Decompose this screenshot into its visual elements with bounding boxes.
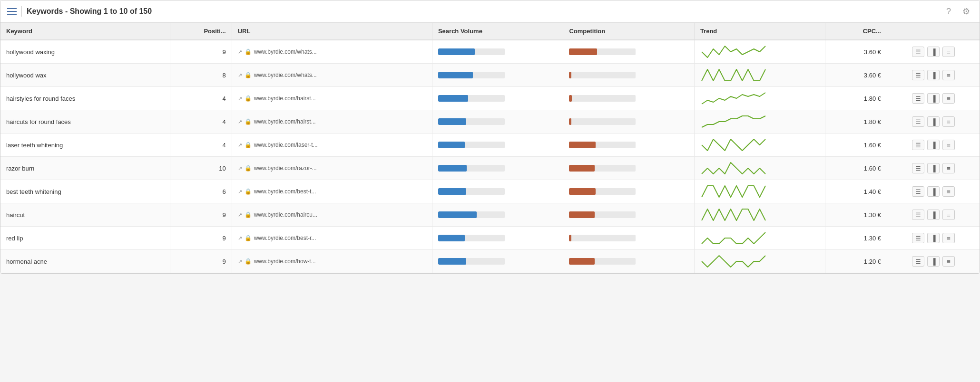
chart-action-button[interactable]: ▐ bbox=[927, 70, 940, 80]
competition-bar-fill bbox=[569, 165, 594, 172]
url-cell: ↗ 🔒 www.byrdie.com/whats... bbox=[232, 64, 432, 87]
external-link-icon[interactable]: ↗ bbox=[238, 189, 242, 195]
lock-icon: 🔒 bbox=[245, 165, 252, 172]
lock-icon: 🔒 bbox=[245, 235, 252, 241]
list-action-button[interactable]: ☰ bbox=[912, 233, 924, 243]
competition-bar bbox=[569, 211, 636, 218]
external-link-icon[interactable]: ↗ bbox=[238, 258, 242, 265]
lock-icon: 🔒 bbox=[245, 258, 252, 265]
url-cell: ↗ 🔒 www.byrdie.com/hairst... bbox=[232, 87, 432, 110]
external-link-icon[interactable]: ↗ bbox=[238, 96, 242, 102]
chart-action-button[interactable]: ▐ bbox=[927, 163, 940, 173]
position-cell: 4 bbox=[170, 110, 232, 134]
detail-action-button[interactable]: ≡ bbox=[942, 93, 955, 104]
detail-action-button[interactable]: ≡ bbox=[942, 186, 955, 197]
detail-action-button[interactable]: ≡ bbox=[942, 140, 955, 150]
list-action-button[interactable]: ☰ bbox=[912, 116, 924, 127]
lock-icon: 🔒 bbox=[245, 142, 252, 148]
chart-action-button[interactable]: ▐ bbox=[927, 233, 940, 243]
url-text: www.byrdie.com/hairst... bbox=[254, 95, 316, 102]
external-link-icon[interactable]: ↗ bbox=[238, 119, 242, 125]
position-cell: 9 bbox=[170, 40, 232, 64]
competition-cell bbox=[563, 203, 694, 227]
external-link-icon[interactable]: ↗ bbox=[238, 49, 242, 55]
trend-cell bbox=[694, 110, 825, 134]
external-link-icon[interactable]: ↗ bbox=[238, 165, 242, 172]
list-action-button[interactable]: ☰ bbox=[912, 93, 924, 104]
header-divider bbox=[21, 6, 22, 17]
trend-sparkline bbox=[700, 254, 767, 268]
url-text: www.byrdie.com/razor-... bbox=[254, 165, 317, 172]
col-header-volume: Search Volume bbox=[432, 23, 563, 40]
detail-action-button[interactable]: ≡ bbox=[942, 163, 955, 173]
actions-cell: ☰ ▐ ≡ bbox=[887, 87, 980, 110]
keyword-cell: laser teeth whitening bbox=[0, 134, 170, 157]
settings-button[interactable]: ⚙ bbox=[960, 5, 973, 18]
external-link-icon[interactable]: ↗ bbox=[238, 212, 242, 218]
chart-action-button[interactable]: ▐ bbox=[927, 256, 940, 267]
chart-action-button[interactable]: ▐ bbox=[927, 210, 940, 220]
detail-action-button[interactable]: ≡ bbox=[942, 116, 955, 127]
trend-cell bbox=[694, 250, 825, 273]
external-link-icon[interactable]: ↗ bbox=[238, 142, 242, 148]
cpc-cell: 1.20 € bbox=[825, 250, 887, 273]
volume-cell bbox=[432, 40, 563, 64]
external-link-icon[interactable]: ↗ bbox=[238, 72, 242, 78]
lock-icon: 🔒 bbox=[245, 72, 252, 78]
chart-action-button[interactable]: ▐ bbox=[927, 93, 940, 104]
trend-cell bbox=[694, 203, 825, 227]
trend-sparkline bbox=[700, 115, 767, 129]
competition-bar bbox=[569, 48, 636, 55]
detail-action-button[interactable]: ≡ bbox=[942, 233, 955, 243]
lock-icon: 🔒 bbox=[245, 188, 252, 195]
trend-sparkline bbox=[700, 91, 767, 105]
url-cell: ↗ 🔒 www.byrdie.com/haircu... bbox=[232, 203, 432, 227]
action-icons: ☰ ▐ ≡ bbox=[893, 140, 974, 150]
help-button[interactable]: ? bbox=[943, 6, 954, 18]
volume-cell bbox=[432, 157, 563, 180]
trend-cell bbox=[694, 40, 825, 64]
volume-bar-fill bbox=[438, 165, 467, 172]
detail-action-button[interactable]: ≡ bbox=[942, 47, 955, 57]
list-action-button[interactable]: ☰ bbox=[912, 70, 924, 80]
chart-action-button[interactable]: ▐ bbox=[927, 116, 940, 127]
detail-action-button[interactable]: ≡ bbox=[942, 70, 955, 80]
competition-bar bbox=[569, 258, 636, 265]
menu-icon[interactable] bbox=[7, 8, 17, 15]
competition-bar-fill bbox=[569, 142, 596, 148]
volume-cell bbox=[432, 250, 563, 273]
detail-action-button[interactable]: ≡ bbox=[942, 256, 955, 267]
list-action-button[interactable]: ☰ bbox=[912, 210, 924, 220]
col-header-position: Positi... bbox=[170, 23, 232, 40]
cpc-cell: 1.80 € bbox=[825, 110, 887, 134]
list-action-button[interactable]: ☰ bbox=[912, 186, 924, 197]
trend-sparkline bbox=[700, 231, 767, 245]
detail-action-button[interactable]: ≡ bbox=[942, 210, 955, 220]
competition-bar-fill bbox=[569, 48, 597, 55]
url-cell: ↗ 🔒 www.byrdie.com/best-t... bbox=[232, 180, 432, 203]
cpc-cell: 3.60 € bbox=[825, 64, 887, 87]
list-action-button[interactable]: ☰ bbox=[912, 47, 924, 57]
competition-cell bbox=[563, 64, 694, 87]
chart-action-button[interactable]: ▐ bbox=[927, 140, 940, 150]
cpc-cell: 1.60 € bbox=[825, 157, 887, 180]
list-action-button[interactable]: ☰ bbox=[912, 140, 924, 150]
volume-cell bbox=[432, 134, 563, 157]
competition-cell bbox=[563, 87, 694, 110]
keyword-cell: hollywood wax bbox=[0, 64, 170, 87]
competition-bar bbox=[569, 142, 636, 148]
list-action-button[interactable]: ☰ bbox=[912, 163, 924, 173]
url-text: www.byrdie.com/haircu... bbox=[254, 211, 317, 218]
external-link-icon[interactable]: ↗ bbox=[238, 235, 242, 241]
actions-cell: ☰ ▐ ≡ bbox=[887, 157, 980, 180]
chart-action-button[interactable]: ▐ bbox=[927, 186, 940, 197]
chart-action-button[interactable]: ▐ bbox=[927, 47, 940, 57]
table-header: Keyword Positi... URL Search Volume Comp… bbox=[0, 23, 980, 40]
action-icons: ☰ ▐ ≡ bbox=[893, 256, 974, 267]
cpc-cell: 1.80 € bbox=[825, 87, 887, 110]
volume-bar-fill bbox=[438, 95, 468, 102]
position-cell: 4 bbox=[170, 134, 232, 157]
table-row: hollywood waxing9 ↗ 🔒 www.byrdie.com/wha… bbox=[0, 40, 980, 64]
trend-sparkline bbox=[700, 208, 767, 222]
list-action-button[interactable]: ☰ bbox=[912, 256, 924, 267]
